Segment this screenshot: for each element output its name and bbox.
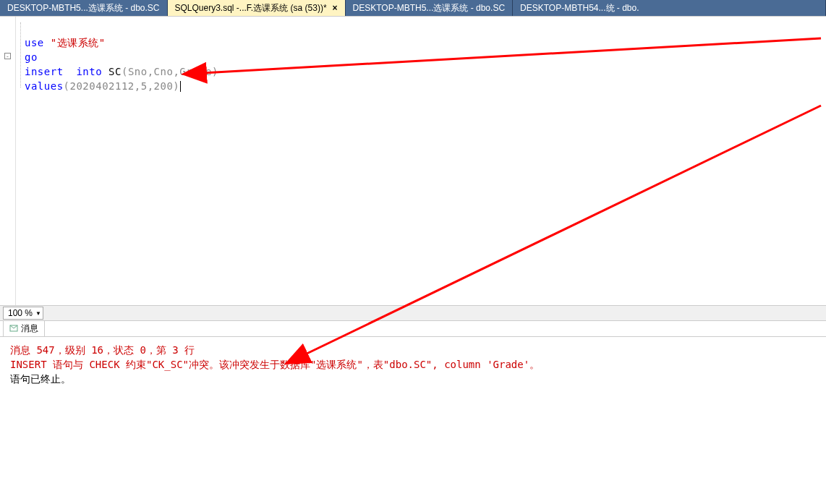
tab-label: SQLQuery3.sql -...F.选课系统 (sa (53))*	[175, 2, 327, 14]
keyword-go: go	[25, 51, 38, 63]
tab-label: DESKTOP-MBTH54...统 - dbo.	[520, 2, 639, 14]
zoom-bar: 100 % ▼	[0, 305, 826, 321]
error-line-1: 消息 547，级别 16，状态 0，第 3 行	[10, 343, 816, 357]
tab-bar: DESKTOP-MBTH5...选课系统 - dbo.SC SQLQuery3.…	[0, 0, 826, 16]
messages-tab[interactable]: 消息	[3, 320, 45, 336]
zoom-select[interactable]: 100 % ▼	[3, 307, 43, 320]
editor-gutter: -	[0, 17, 16, 305]
message-line-3: 语句已终止。	[10, 372, 816, 386]
tab-item-2[interactable]: DESKTOP-MBTH5...选课系统 - dbo.SC	[346, 0, 514, 16]
tab-item-3[interactable]: DESKTOP-MBTH54...统 - dbo.	[513, 0, 826, 16]
chevron-down-icon: ▼	[35, 310, 41, 317]
text-cursor	[180, 81, 181, 92]
keyword-values: values	[25, 80, 64, 92]
sql-editor[interactable]: - use "选课系统" go insert into SC(Sno,Cno,G…	[0, 16, 826, 305]
zoom-value: 100 %	[8, 308, 33, 318]
column-list: (Sno,Cno,Grade)	[122, 66, 218, 77]
fold-icon[interactable]: -	[4, 53, 11, 59]
code-area[interactable]: use "选课系统" go insert into SC(Sno,Cno,Gra…	[16, 17, 826, 305]
keyword-use: use	[25, 37, 44, 48]
messages-panel[interactable]: 消息 547，级别 16，状态 0，第 3 行 INSERT 语句与 CHECK…	[0, 337, 826, 504]
values-list: (2020402112,5,200)	[64, 80, 180, 92]
tab-item-0[interactable]: DESKTOP-MBTH5...选课系统 - dbo.SC	[0, 0, 168, 16]
table-name: SC	[108, 66, 122, 77]
tab-label: DESKTOP-MBTH5...选课系统 - dbo.SC	[353, 2, 506, 14]
messages-tab-bar: 消息	[0, 321, 826, 337]
tab-label: DESKTOP-MBTH5...选课系统 - dbo.SC	[7, 2, 160, 14]
error-line-2: INSERT 语句与 CHECK 约束"CK_SC"冲突。该冲突发生于数据库"选…	[10, 357, 816, 372]
string-literal: "选课系统"	[51, 37, 106, 48]
close-icon[interactable]: ×	[333, 3, 338, 13]
keyword-insert: insert	[25, 66, 64, 77]
tab-item-1-active[interactable]: SQLQuery3.sql -...F.选课系统 (sa (53))* ×	[168, 0, 346, 16]
keyword-into: into	[76, 66, 102, 77]
messages-icon	[9, 325, 18, 333]
messages-tab-label: 消息	[21, 323, 38, 335]
